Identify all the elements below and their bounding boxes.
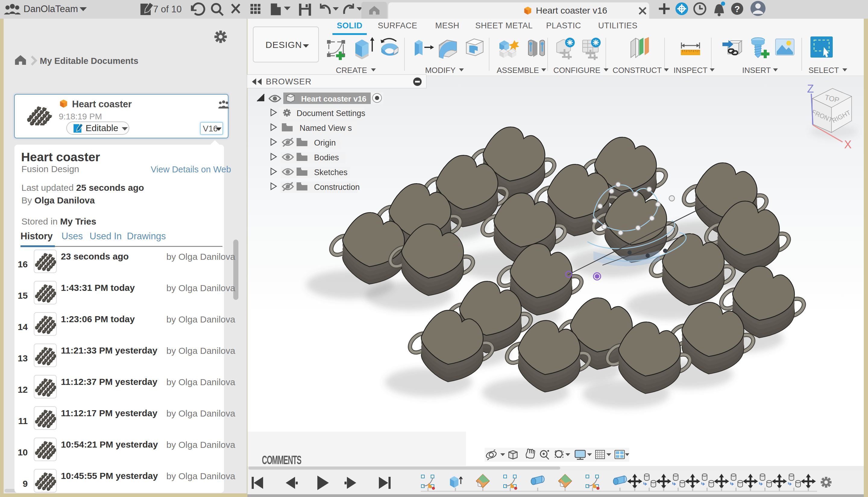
svg-text:X: X [844, 138, 852, 151]
svg-text:Z: Z [807, 83, 814, 95]
svg-text:7 of 10: 7 of 10 [153, 4, 182, 14]
svg-text:CONSTRUCT: CONSTRUCT [612, 66, 661, 75]
svg-text:CREATE: CREATE [336, 66, 367, 75]
svg-text:INSPECT: INSPECT [673, 66, 708, 75]
svg-text:?: ? [735, 4, 740, 14]
svg-text:ASSEMBLE: ASSEMBLE [497, 66, 539, 75]
svg-text:CONFIGURE: CONFIGURE [553, 66, 600, 75]
svg-text:DanOlaTeam: DanOlaTeam [24, 4, 78, 14]
svg-text:SELECT: SELECT [808, 66, 839, 75]
svg-text:MODIFY: MODIFY [425, 66, 455, 75]
svg-text:INSERT: INSERT [742, 66, 771, 75]
